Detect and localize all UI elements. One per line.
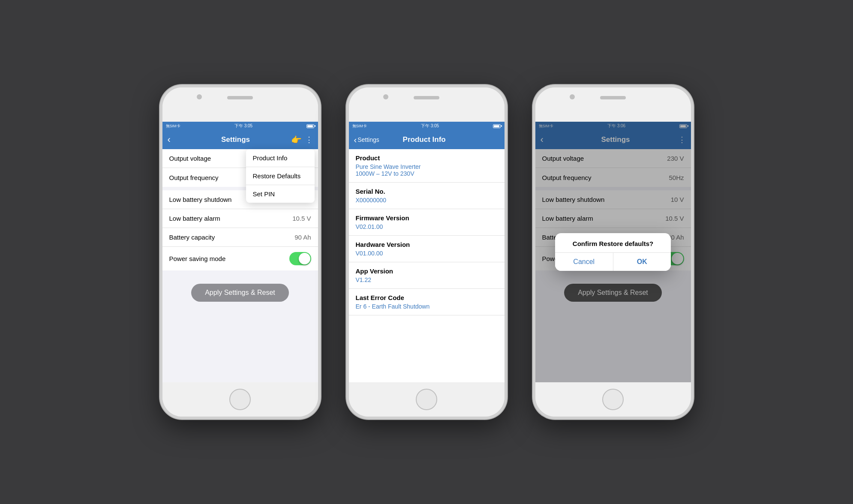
phone2-value-app: V1.22 xyxy=(356,276,498,283)
phone2-value-product: Pure Sine Wave Inverter 1000W – 12V to 2… xyxy=(356,163,498,177)
phone1-nav-bar: ‹ Settings 👉 ⋮ xyxy=(162,130,318,149)
phone1-dropdown-restore-defaults[interactable]: Restore Defaults xyxy=(246,167,315,185)
phone3-speaker xyxy=(600,96,626,99)
phone1-label-low-battery-alarm: Low battery alarm xyxy=(169,215,220,222)
phone1-time: 下午 3:05 xyxy=(234,123,252,129)
phone2-battery-fill xyxy=(494,125,499,127)
phone3-dialog-title: Confirm Restore defaults? xyxy=(555,233,671,252)
phone2-chevron-left: ‹ xyxy=(354,135,357,144)
phone1-label-low-battery-shutdown: Low battery shutdown xyxy=(169,196,232,203)
scene: 無SIM卡 下午 3:05 ‹ Settings 👉 ⋮ xyxy=(134,59,719,445)
phone2-section-product: Product Pure Sine Wave Inverter 1000W – … xyxy=(349,149,505,183)
phone1-label-battery-capacity: Battery capacity xyxy=(169,234,215,241)
phone3-home-button[interactable] xyxy=(602,389,624,410)
phone3-dialog: Confirm Restore defaults? Cancel OK xyxy=(555,233,671,271)
phone2-section-app: App Version V1.22 xyxy=(349,262,505,289)
phone1-label-output-frequency: Output frequency xyxy=(169,174,219,181)
phone1-speaker xyxy=(227,96,253,99)
phone1-sim: 無SIM卡 xyxy=(166,123,180,129)
phone1-screen: 無SIM卡 下午 3:05 ‹ Settings 👉 ⋮ xyxy=(162,122,318,382)
phone1-dropdown-product-info[interactable]: Product Info xyxy=(246,149,315,167)
phone2-section-serial: Serial No. X00000000 xyxy=(349,183,505,209)
phone3-top xyxy=(535,87,691,122)
phone3-bottom xyxy=(535,382,691,417)
phone2-back-label: Settings xyxy=(357,136,379,143)
phone3-camera xyxy=(570,94,575,99)
phone2-section-firmware: Firmware Version V02.01.00 xyxy=(349,209,505,236)
phone2-value-error: Er 6 - Earth Fault Shutdown xyxy=(356,303,498,310)
phone1-bottom xyxy=(162,382,318,417)
phone1-apply-button[interactable]: Apply Settings & Reset xyxy=(191,284,289,302)
phone2-value-hardware: V01.00.00 xyxy=(356,250,498,257)
phone3-screen: 無SIM卡 下午 3:06 ‹ Settings ⋮ Output v xyxy=(535,122,691,382)
phone2-label-error: Last Error Code xyxy=(356,294,498,301)
phone2-camera xyxy=(383,94,388,99)
phone1-row-battery-capacity[interactable]: Battery capacity 90 Ah xyxy=(162,228,318,247)
phone3-dialog-ok[interactable]: OK xyxy=(613,253,671,271)
phone2-label-product: Product xyxy=(356,154,498,162)
phone1-nav-right: 👉 ⋮ xyxy=(291,135,313,145)
phone1-dropdown-menu: Product Info Restore Defaults Set PIN xyxy=(246,149,315,203)
phone1-row-low-battery-alarm[interactable]: Low battery alarm 10.5 V xyxy=(162,209,318,228)
phone2-section-hardware: Hardware Version V01.00.00 xyxy=(349,236,505,262)
phone2-label-serial: Serial No. xyxy=(356,188,498,195)
phone1-apply-container: Apply Settings & Reset xyxy=(162,271,318,309)
phone1-camera xyxy=(197,94,202,99)
phone1-status-bar: 無SIM卡 下午 3:05 xyxy=(162,122,318,130)
phone3: 無SIM卡 下午 3:06 ‹ Settings ⋮ Output v xyxy=(533,85,694,419)
phone1-value-battery-capacity: 90 Ah xyxy=(294,234,311,241)
phone1-label-output-voltage: Output voltage xyxy=(169,155,211,162)
phone3-dialog-cancel[interactable]: Cancel xyxy=(555,253,613,271)
phone2-product-info-content: Product Pure Sine Wave Inverter 1000W – … xyxy=(349,149,505,382)
phone3-dialog-buttons: Cancel OK xyxy=(555,252,671,271)
phone2-nav-title: Product Info xyxy=(379,135,469,144)
phone2-label-hardware: Hardware Version xyxy=(356,241,498,248)
phone1-row-power-saving[interactable]: Power saving mode xyxy=(162,247,318,270)
phone1-home-button[interactable] xyxy=(229,389,251,410)
phone1-toggle-power-saving[interactable] xyxy=(289,252,311,265)
phone2-screen: 無SIM卡 下午 3:05 ‹ Settings Product Info xyxy=(349,122,505,382)
phone1: 無SIM卡 下午 3:05 ‹ Settings 👉 ⋮ xyxy=(160,85,321,419)
phone2-battery-icon xyxy=(493,124,501,128)
phone2-value-firmware: V02.01.00 xyxy=(356,223,498,230)
phone1-back-button[interactable]: ‹ xyxy=(168,134,180,145)
phone1-dots-button[interactable]: ⋮ xyxy=(305,135,313,144)
phone2-time: 下午 3:05 xyxy=(421,123,439,129)
phone2: 無SIM卡 下午 3:05 ‹ Settings Product Info xyxy=(346,85,507,419)
phone1-battery xyxy=(306,124,314,128)
phone2-home-button[interactable] xyxy=(416,389,437,410)
phone2-bottom xyxy=(349,382,505,417)
phone1-battery-fill xyxy=(307,125,313,127)
phone1-battery-icon xyxy=(306,124,314,128)
phone1-label-power-saving: Power saving mode xyxy=(169,255,226,262)
phone2-nav-bar: ‹ Settings Product Info xyxy=(349,130,505,149)
phone1-top xyxy=(162,87,318,122)
phone2-back-button[interactable]: ‹ Settings xyxy=(354,135,379,144)
phone2-top xyxy=(349,87,505,122)
phone1-hand-icon[interactable]: 👉 xyxy=(291,135,302,145)
phone2-value-serial: X00000000 xyxy=(356,197,498,204)
phone2-section-error: Last Error Code Er 6 - Earth Fault Shutd… xyxy=(349,289,505,315)
phone2-speaker xyxy=(414,96,439,99)
phone2-label-firmware: Firmware Version xyxy=(356,214,498,222)
phone2-status-bar: 無SIM卡 下午 3:05 xyxy=(349,122,505,130)
phone1-nav-title: Settings xyxy=(180,135,291,144)
phone1-value-low-battery-alarm: 10.5 V xyxy=(292,215,311,222)
phone2-label-app: App Version xyxy=(356,267,498,275)
phone2-battery xyxy=(493,124,501,128)
phone3-dialog-overlay: Confirm Restore defaults? Cancel OK xyxy=(535,122,691,382)
phone2-sim: 無SIM卡 xyxy=(352,123,367,129)
phone1-dropdown-set-pin[interactable]: Set PIN xyxy=(246,185,315,203)
